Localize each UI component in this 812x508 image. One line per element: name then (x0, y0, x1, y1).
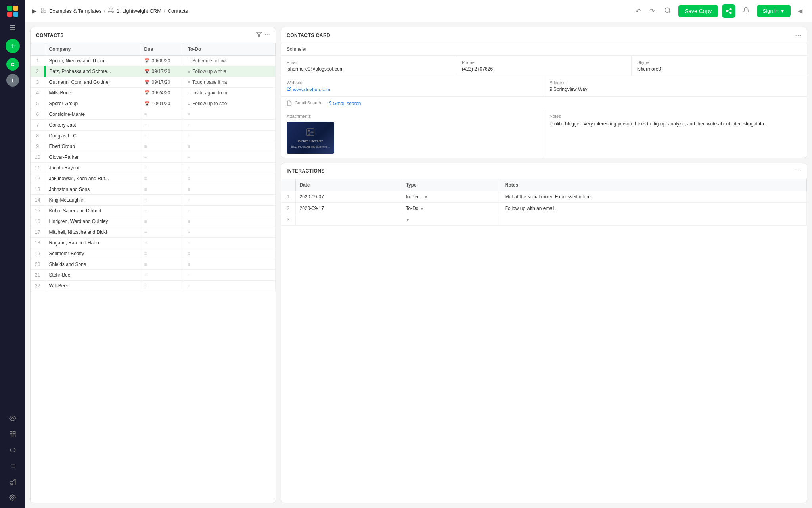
row-todo: ≡ (184, 216, 276, 227)
svg-point-20 (726, 10, 728, 12)
row-company: Corkery-Jast (45, 120, 140, 131)
sidebar-expand-icon[interactable]: ☰ (6, 21, 19, 34)
row-num: 6 (31, 109, 45, 120)
table-row[interactable]: 16Lindgren, Ward and Quigley≡≡ (31, 216, 276, 227)
attachments-label: Attachments (287, 114, 538, 119)
table-row[interactable]: 14King-McLaughlin≡≡ (31, 195, 276, 206)
type-value: In-Per... (406, 194, 423, 200)
list-icon[interactable] (6, 460, 19, 472)
search-button[interactable] (661, 5, 674, 17)
table-row[interactable]: 2Batz, Prohaska and Schme...📅09/17/20≡Fo… (31, 66, 276, 77)
table-row[interactable]: 18Rogahn, Rau and Hahn≡≡ (31, 238, 276, 248)
email-cell: Email ishermore0@blogspot.com (281, 56, 456, 76)
avatar-c[interactable]: C (6, 58, 19, 71)
table-row[interactable]: 17Mitchell, Nitzsche and Dicki≡≡ (31, 227, 276, 238)
redo-button[interactable]: ↷ (647, 6, 657, 16)
undo-button[interactable]: ↶ (633, 6, 643, 16)
gmail-search-link[interactable]: Gmail search (327, 101, 361, 107)
svg-rect-15 (41, 11, 43, 13)
row-todo: ≡ (184, 270, 276, 281)
interaction-notes: Met at the social mixer. Expressed inter… (501, 191, 806, 203)
expand-right-button[interactable]: ◀ (795, 6, 806, 16)
interaction-row[interactable]: 3▼ (281, 214, 807, 226)
table-row[interactable]: 7Corkery-Jast≡≡ (31, 120, 276, 131)
breadcrumb-templates[interactable]: Examples & Templates (49, 8, 102, 14)
row-todo: ≡Follow up to see (184, 98, 276, 109)
empty-type-dropdown-arrow[interactable]: ▼ (406, 218, 410, 222)
table-row[interactable]: 21Stehr-Beer≡≡ (31, 270, 276, 281)
phone-value: (423) 2707626 (462, 66, 626, 72)
row-company: Shields and Sons (45, 259, 140, 270)
interaction-type[interactable]: ▼ (402, 214, 501, 226)
interactions-more-icon[interactable]: ⋯ (795, 167, 801, 175)
table-row[interactable]: 8Douglas LLC≡≡ (31, 131, 276, 141)
attachment-thumbnail[interactable]: Ibrahim Shermore Batz, Prohaska and Schm… (287, 122, 334, 154)
save-copy-button[interactable]: Save Copy (678, 5, 718, 17)
col-header-company[interactable]: Company (45, 43, 140, 56)
type-dropdown-arrow[interactable]: ▼ (424, 195, 428, 199)
table-row[interactable]: 19Schmeler-Beatty≡≡ (31, 248, 276, 259)
breadcrumb-crm[interactable]: 1. Lightweight CRM (117, 8, 161, 14)
contacts-more-icon[interactable]: ⋯ (264, 31, 270, 39)
interaction-date[interactable]: 2020-09-07 (295, 191, 402, 203)
gmail-link-text: Gmail search (333, 101, 361, 106)
interaction-type[interactable]: To-Do▼ (402, 203, 501, 214)
table-row[interactable]: 15Kuhn, Sauer and Dibbert≡≡ (31, 206, 276, 216)
signin-button[interactable]: Sign in ▼ (757, 5, 791, 17)
row-todo: ≡ (184, 206, 276, 216)
table-row[interactable]: 20Shields and Sons≡≡ (31, 259, 276, 270)
contact-card-more-icon[interactable]: ⋯ (795, 31, 801, 39)
interaction-date[interactable]: 2020-09-17 (295, 203, 402, 214)
interactions-table-wrapper[interactable]: Date Type Notes 12020-09-07In-Per...▼Met… (281, 179, 807, 503)
table-row[interactable]: 10Glover-Parker≡≡ (31, 152, 276, 163)
add-button[interactable]: + (6, 39, 20, 53)
col-header-todo[interactable]: To-Do (184, 43, 276, 56)
table-row[interactable]: 6Considine-Mante≡≡ (31, 109, 276, 120)
table-row[interactable]: 9Ebert Group≡≡ (31, 141, 276, 152)
row-company: Rogahn, Rau and Hahn (45, 238, 140, 248)
empty-cell-icon: ≡ (144, 219, 147, 224)
attachment-subtext: Batz, Prohaska and Schmeler... (289, 145, 331, 148)
code-icon[interactable] (6, 444, 19, 456)
avatar-i[interactable]: I (6, 74, 19, 87)
chart-icon[interactable] (6, 428, 19, 441)
type-dropdown-arrow[interactable]: ▼ (420, 206, 424, 211)
settings-icon[interactable] (6, 491, 19, 504)
filter-icon[interactable] (256, 31, 262, 39)
interaction-date[interactable] (295, 214, 402, 226)
empty-todo-icon: ≡ (188, 240, 191, 246)
megaphone-icon[interactable] (6, 475, 19, 488)
gmail-search-label: Gmail Search (295, 100, 321, 105)
calendar-icon: 📅 (144, 69, 150, 74)
table-row[interactable]: 4Mills-Bode📅09/24/20≡Invite again to m (31, 88, 276, 98)
sidebar-toggle-icon[interactable]: ▶ (32, 7, 36, 15)
table-row[interactable]: 5Sporer Group📅10/01/20≡Follow up to see (31, 98, 276, 109)
share-button[interactable] (722, 4, 735, 18)
eye-icon[interactable] (6, 412, 19, 425)
table-row[interactable]: 3Gutmann, Conn and Goldner📅09/17/20≡Touc… (31, 77, 276, 88)
row-num: 2 (31, 66, 45, 77)
calendar-icon: 📅 (144, 90, 150, 96)
app-logo[interactable] (6, 4, 20, 18)
interactions-col-date[interactable]: Date (295, 179, 402, 191)
interaction-row[interactable]: 22020-09-17To-Do▼Follow up with an email… (281, 203, 807, 214)
row-due: ≡ (140, 281, 184, 291)
table-row[interactable]: 1Sporer, Nienow and Thom...📅09/06/20≡Sch… (31, 56, 276, 66)
row-todo: ≡ (184, 184, 276, 195)
row-num: 22 (31, 281, 45, 291)
col-header-due[interactable]: Due (140, 43, 184, 56)
table-row[interactable]: 11Jacobi-Raynor≡≡ (31, 163, 276, 173)
row-due: ≡ (140, 173, 184, 184)
svg-rect-2 (13, 431, 15, 433)
interactions-col-type[interactable]: Type (402, 179, 501, 191)
table-row[interactable]: 12Jakubowski, Koch and Rut...≡≡ (31, 173, 276, 184)
interaction-row[interactable]: 12020-09-07In-Per...▼Met at the social m… (281, 191, 807, 203)
table-row[interactable]: 22Will-Beer≡≡ (31, 281, 276, 291)
contacts-table-wrapper[interactable]: Company Due To-Do 1Sporer, Nienow and Th… (31, 43, 276, 503)
table-row[interactable]: 13Johnston and Sons≡≡ (31, 184, 276, 195)
breadcrumb-sep-2: / (164, 8, 165, 14)
interaction-type[interactable]: In-Per...▼ (402, 191, 501, 203)
notifications-button[interactable] (739, 5, 753, 17)
website-link[interactable]: www.devhub.com (287, 87, 538, 92)
interactions-col-notes[interactable]: Notes (501, 179, 806, 191)
